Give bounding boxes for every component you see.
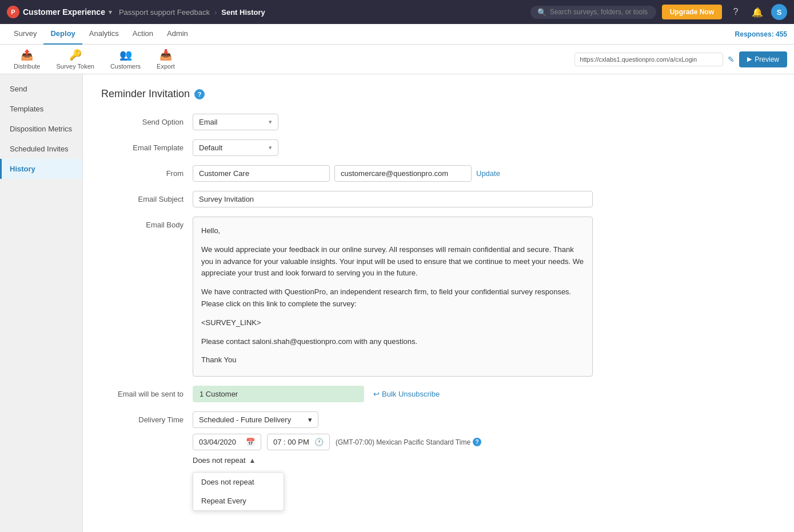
reminder-help-icon[interactable]: ? [194, 89, 205, 99]
sent-to-control: ↩ Bulk Unsubscribe [193, 386, 776, 402]
from-control: Update [193, 165, 776, 182]
tab-admin[interactable]: Admin [160, 24, 195, 45]
tab-survey[interactable]: Survey [7, 24, 43, 45]
send-option-label: Send Option [101, 114, 193, 126]
tab-analytics[interactable]: Analytics [82, 24, 126, 45]
email-template-control: Default ▾ [193, 139, 776, 156]
sent-to-input[interactable] [193, 386, 364, 402]
top-bar: P Customer Experience ▾ Passport support… [0, 0, 794, 24]
content: Reminder Invitation ? Send Option Email … [83, 74, 794, 532]
send-option-control: Email ▾ [193, 114, 776, 130]
preview-label: Preview [755, 55, 779, 63]
play-icon: ▶ [747, 55, 752, 63]
repeat-option-none[interactable]: Does not repeat [193, 473, 284, 491]
user-avatar[interactable]: S [771, 4, 787, 20]
sent-to-row: Email will be sent to ↩ Bulk Unsubscribe [101, 386, 776, 402]
breadcrumb-survey[interactable]: Passport support Feedback [119, 8, 210, 17]
calendar-icon: 📅 [246, 438, 255, 446]
repeat-dropdown[interactable]: Does not repeat ▲ [193, 456, 256, 465]
email-body-greeting: Hello, [201, 225, 584, 237]
time-value: 07 : 00 PM [273, 438, 309, 446]
logo-circle: P [7, 6, 19, 18]
sidebar-item-disposition[interactable]: Disposition Metrics [0, 119, 82, 139]
date-value: 03/04/2020 [199, 438, 236, 446]
sidebar: Send Templates Disposition Metrics Sched… [0, 74, 83, 532]
sidebar-item-templates[interactable]: Templates [0, 99, 82, 119]
edit-url-icon[interactable]: ✎ [728, 55, 735, 64]
from-email-input[interactable] [334, 165, 472, 182]
survey-token-label: Survey Token [56, 63, 94, 70]
date-field[interactable]: 03/04/2020 📅 [193, 434, 261, 450]
url-area: ✎ ▶ Preview [574, 51, 787, 67]
breadcrumb-separator: › [214, 8, 217, 17]
send-option-row: Send Option Email ▾ [101, 114, 776, 130]
sidebar-item-send[interactable]: Send [0, 79, 82, 99]
delivery-time-label: Delivery Time [101, 411, 193, 424]
send-option-arrow-icon: ▾ [269, 118, 272, 126]
email-subject-input[interactable] [193, 191, 593, 207]
export-button[interactable]: 📥 Export [150, 46, 182, 72]
from-label: From [101, 165, 193, 178]
toolbar: 📤 Distribute 🔑 Survey Token 👥 Customers … [0, 45, 794, 74]
send-option-value: Email [199, 118, 218, 126]
survey-token-button[interactable]: 🔑 Survey Token [49, 46, 101, 72]
email-body-control: Hello, We would appreciate your feedback… [193, 217, 776, 377]
timezone-info: (GMT-07:00) Mexican Pacific Standard Tim… [336, 438, 481, 446]
repeat-row: Does not repeat ▲ Does not repeat Repeat… [193, 456, 776, 465]
clock-icon: 🕐 [314, 438, 324, 446]
app-logo[interactable]: P Customer Experience ▾ [7, 6, 112, 18]
email-body-thanks: Thank You [201, 354, 584, 366]
unsubscribe-icon: ↩ [373, 390, 380, 398]
delivery-time-dropdown[interactable]: Scheduled - Future Delivery ▾ [193, 411, 318, 428]
send-option-dropdown[interactable]: Email ▾ [193, 114, 278, 130]
search-input[interactable] [550, 8, 649, 16]
breadcrumb-current: Sent History [221, 8, 265, 17]
timezone-help-icon[interactable]: ? [473, 438, 481, 446]
upgrade-button[interactable]: Upgrade Now [662, 5, 722, 19]
time-field[interactable]: 07 : 00 PM 🕐 [267, 434, 330, 450]
delivery-time-arrow-icon: ▾ [308, 415, 312, 424]
email-template-label: Email Template [101, 139, 193, 152]
export-icon: 📥 [159, 49, 172, 61]
sidebar-item-history[interactable]: History [0, 159, 82, 179]
customers-button[interactable]: 👥 Customers [103, 46, 147, 72]
dropdown-arrow-icon[interactable]: ▾ [109, 9, 112, 16]
repeat-options-popup: Does not repeat Repeat Every [193, 472, 284, 511]
search-box[interactable]: 🔍 [530, 6, 656, 19]
distribute-icon: 📤 [21, 49, 33, 61]
delivery-time-value: Scheduled - Future Delivery [199, 415, 291, 424]
distribute-button[interactable]: 📤 Distribute [7, 46, 47, 72]
email-subject-control [193, 191, 776, 207]
email-body-contact: Please contact saloni.shah@questionpro.c… [201, 336, 584, 348]
app-name: Customer Experience [23, 7, 105, 17]
email-template-arrow-icon: ▾ [269, 144, 272, 151]
bulk-unsubscribe-link[interactable]: ↩ Bulk Unsubscribe [373, 390, 440, 398]
email-subject-label: Email Subject [101, 191, 193, 203]
email-body-para1: We would appreciate your feedback in our… [201, 244, 584, 279]
from-name-input[interactable] [193, 165, 330, 182]
repeat-option-every[interactable]: Repeat Every [193, 491, 284, 510]
email-body-row: Email Body Hello, We would appreciate yo… [101, 217, 776, 377]
customers-icon: 👥 [119, 49, 132, 61]
preview-button[interactable]: ▶ Preview [739, 51, 787, 67]
search-icon: 🔍 [537, 8, 546, 17]
notifications-icon[interactable]: 🔔 [749, 4, 765, 20]
sidebar-item-scheduled[interactable]: Scheduled Invites [0, 139, 82, 159]
email-body-survey-link: <SURVEY_LINK> [201, 317, 584, 329]
customers-label: Customers [110, 63, 141, 70]
sent-to-label: Email will be sent to [101, 386, 193, 398]
email-template-dropdown[interactable]: Default ▾ [193, 139, 278, 156]
url-field[interactable] [574, 53, 723, 66]
email-subject-row: Email Subject [101, 191, 776, 207]
delivery-time-control: Scheduled - Future Delivery ▾ 03/04/2020… [193, 411, 776, 465]
tab-deploy[interactable]: Deploy [43, 24, 82, 45]
email-body-label: Email Body [101, 217, 193, 229]
help-button[interactable]: ? [728, 4, 744, 20]
top-bar-right: 🔍 Upgrade Now ? 🔔 S [530, 4, 787, 20]
page-title: Reminder Invitation ? [101, 88, 776, 100]
email-body-area[interactable]: Hello, We would appreciate your feedback… [193, 217, 593, 377]
update-link[interactable]: Update [476, 169, 500, 178]
email-template-value: Default [199, 143, 222, 152]
responses-count: Responses: 455 [735, 30, 787, 38]
tab-action[interactable]: Action [126, 24, 160, 45]
